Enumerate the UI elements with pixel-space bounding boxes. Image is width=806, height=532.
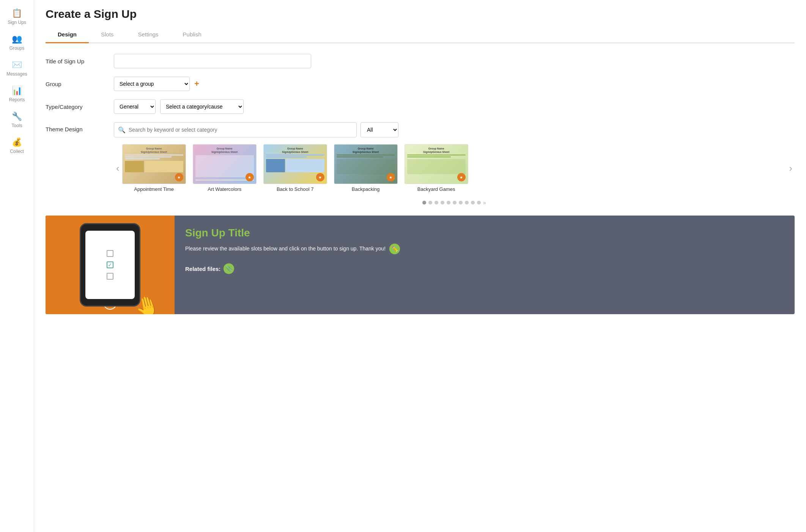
design-form: Title of Sign Up Group Select a group + …	[46, 54, 795, 209]
reports-icon: 📊	[12, 86, 22, 96]
theme-card-backpacking[interactable]: Group NameSignUpGenius Sheet ★ Backpacki…	[334, 144, 398, 192]
theme-card-appointment[interactable]: Group NameSignUpGenius Sheet ★	[122, 144, 186, 192]
type-select[interactable]: General Education Church Healthcare Spor…	[114, 99, 156, 114]
checkbox-row-2: ✓	[107, 261, 113, 268]
dot-0[interactable]	[422, 201, 426, 205]
attach-files-button[interactable]: 📎	[224, 263, 234, 274]
theme-thumb-art: Group NameSignUpGenius Sheet ★	[193, 144, 257, 184]
carousel-forward-arrows[interactable]: »	[483, 200, 486, 206]
checkbox-empty-2	[107, 273, 113, 280]
theme-label: Theme Design	[46, 122, 114, 132]
theme-name-backpacking: Backpacking	[352, 186, 380, 192]
dot-4[interactable]	[447, 201, 450, 205]
preview-signup-description: Please review the available slots below …	[185, 244, 784, 254]
type-category-row: Type/Category General Education Church H…	[46, 99, 795, 114]
sidebar-label-groups: Groups	[9, 46, 24, 51]
carousel-next-button[interactable]: ›	[787, 162, 795, 174]
dot-3[interactable]	[441, 201, 444, 205]
theme-name-school: Back to School 7	[277, 186, 314, 192]
theme-badge-backyard: ★	[457, 173, 466, 181]
theme-row: Theme Design 🔍 All Holiday School Sports…	[46, 122, 795, 206]
title-control	[114, 54, 311, 68]
theme-thumb-school: Group NameSignUpGenius Sheet ★	[263, 144, 327, 184]
filter-select[interactable]: All Holiday School Sports Work Church	[360, 122, 398, 137]
preview-image: ✓ 🤚 📋	[46, 216, 175, 314]
preview-signup-title: Sign Up Title	[185, 227, 784, 239]
theme-thumb-appointment: Group NameSignUpGenius Sheet ★	[122, 144, 186, 184]
dot-8[interactable]	[471, 201, 475, 205]
checkbox-checked: ✓	[107, 261, 113, 268]
tab-design[interactable]: Design	[46, 27, 89, 43]
theme-card-art[interactable]: Group NameSignUpGenius Sheet ★ Art Water…	[192, 144, 257, 192]
title-label: Title of Sign Up	[46, 58, 114, 65]
search-input[interactable]	[129, 127, 353, 133]
main-content: Create a Sign Up Design Slots Settings P…	[34, 0, 806, 532]
page-title: Create a Sign Up	[46, 8, 795, 20]
theme-thumb-backpacking: Group NameSignUpGenius Sheet ★	[334, 144, 398, 184]
sidebar-item-tools[interactable]: 🔧 Tools	[0, 107, 34, 133]
sidebar-label-tools: Tools	[11, 123, 22, 128]
checkbox-row-3	[107, 273, 113, 280]
tab-publish[interactable]: Publish	[171, 27, 214, 43]
search-icon: 🔍	[118, 126, 126, 134]
theme-badge-art: ★	[246, 173, 254, 181]
tools-icon: 🔧	[12, 112, 22, 121]
sidebar-label-reports: Reports	[9, 97, 25, 102]
theme-search-row: 🔍 All Holiday School Sports Work Church	[114, 122, 398, 137]
carousel-dots: »	[114, 200, 795, 206]
type-controls: General Education Church Healthcare Spor…	[114, 99, 244, 114]
preview-content: Sign Up Title Please review the availabl…	[175, 216, 795, 314]
sidebar-item-reports[interactable]: 📊 Reports	[0, 81, 34, 107]
phone-mockup: ✓	[80, 223, 140, 307]
title-row: Title of Sign Up	[46, 54, 795, 68]
type-label: Type/Category	[46, 104, 114, 110]
theme-badge-backpacking: ★	[387, 173, 395, 181]
carousel-prev-button[interactable]: ‹	[114, 162, 122, 174]
edit-description-button[interactable]: ✏️	[389, 244, 400, 254]
groups-icon: 👥	[12, 34, 22, 44]
sidebar-item-collect[interactable]: 💰 Collect	[0, 133, 34, 159]
theme-badge-school: ★	[316, 173, 324, 181]
sidebar-item-messages[interactable]: ✉️ Messages	[0, 55, 34, 81]
search-box[interactable]: 🔍	[114, 122, 357, 137]
preview-section: ✓ 🤚 📋 Sign Up Title	[46, 216, 795, 314]
theme-name-appointment: Appointment Time	[134, 186, 174, 192]
theme-name-backyard: Backyard Games	[417, 186, 455, 192]
group-row: Group Select a group +	[46, 77, 795, 91]
category-select[interactable]: Select a category/cause	[160, 99, 244, 114]
themes-carousel: Group NameSignUpGenius Sheet ★	[122, 140, 787, 196]
signups-icon: 📋	[12, 8, 22, 18]
theme-controls: 🔍 All Holiday School Sports Work Church …	[114, 122, 795, 206]
dot-5[interactable]	[453, 201, 457, 205]
phone-screen: ✓	[85, 231, 135, 299]
messages-icon: ✉️	[12, 60, 22, 70]
dot-9[interactable]	[477, 201, 481, 205]
checkbox-empty-1	[107, 250, 113, 257]
dot-1[interactable]	[428, 201, 432, 205]
sidebar-item-signups[interactable]: 📋 Sign Ups	[0, 4, 34, 30]
tab-settings[interactable]: Settings	[126, 27, 170, 43]
tab-bar: Design Slots Settings Publish	[46, 27, 795, 43]
title-input[interactable]	[114, 54, 311, 68]
dot-2[interactable]	[434, 201, 438, 205]
theme-card-backyard[interactable]: Group NameSignUpGenius Sheet ★ Backyard …	[404, 144, 469, 192]
group-select[interactable]: Select a group	[114, 77, 190, 91]
sidebar-label-messages: Messages	[6, 71, 27, 77]
group-label: Group	[46, 81, 114, 87]
group-controls: Select a group +	[114, 77, 199, 91]
theme-name-art: Art Watercolors	[208, 186, 241, 192]
dot-7[interactable]	[465, 201, 469, 205]
dot-6[interactable]	[459, 201, 463, 205]
sidebar-item-groups[interactable]: 👥 Groups	[0, 30, 34, 55]
related-files-row: Related files: 📎	[185, 263, 784, 274]
sidebar: 📋 Sign Ups 👥 Groups ✉️ Messages 📊 Report…	[0, 0, 34, 532]
checkbox-row-1	[107, 250, 113, 257]
theme-badge-appointment: ★	[175, 173, 183, 181]
themes-carousel-section: ‹ Group NameSignUpGenius Sheet	[114, 140, 795, 196]
tab-slots[interactable]: Slots	[89, 27, 126, 43]
add-group-button[interactable]: +	[194, 79, 199, 89]
related-files-label: Related files:	[185, 266, 220, 272]
theme-card-school[interactable]: Group NameSignUpGenius Sheet ★	[263, 144, 327, 192]
checkmark-icon: ✓	[108, 262, 112, 268]
sidebar-label-signups: Sign Ups	[8, 20, 26, 25]
